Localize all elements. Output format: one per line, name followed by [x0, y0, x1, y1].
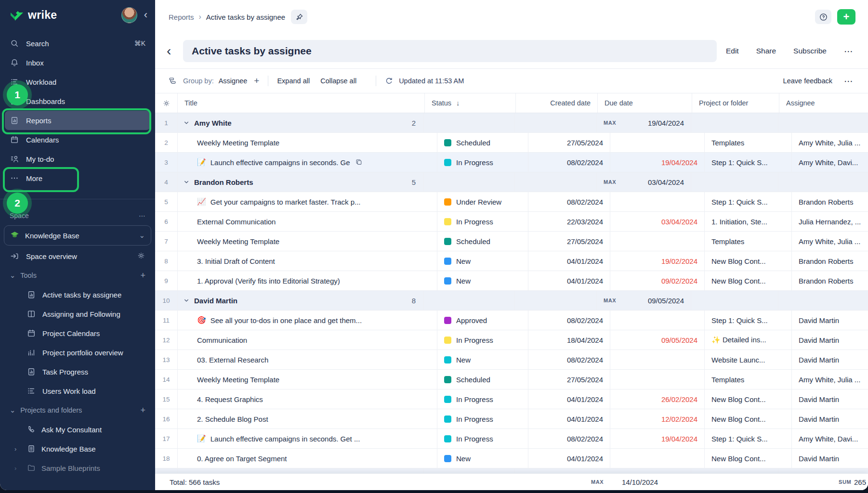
task-row[interactable]: 6External CommunicationIn Progress22/03/… [155, 212, 868, 232]
group-collapse-icon[interactable] [184, 120, 189, 126]
task-row[interactable]: 162. Schedule Blog PostIn Progress04/01/… [155, 409, 868, 429]
task-row[interactable]: 91. Approval (Verify fits into Editorial… [155, 271, 868, 291]
task-row[interactable]: 7Weekly Meeting TemplateScheduled27/05/2… [155, 232, 868, 251]
tool-item-project-calendars[interactable]: Project Calendars [0, 324, 155, 343]
status-cell[interactable]: New [437, 449, 528, 468]
group-collapse-icon[interactable] [184, 179, 189, 185]
space-more-icon[interactable]: ⋯ [139, 212, 145, 220]
sidebar-item-calendars[interactable]: Calendars [5, 130, 150, 149]
status-cell[interactable] [424, 291, 515, 310]
task-title-cell[interactable]: 🎯See all your to-dos in one place and ge… [178, 311, 437, 330]
collapse-all-button[interactable]: Collapse all [320, 77, 356, 85]
status-cell[interactable]: In Progress [437, 429, 528, 448]
status-cell[interactable]: In Progress [437, 409, 528, 428]
tool-item-users-work-load[interactable]: Users Work load [0, 381, 155, 401]
add-tool-icon[interactable]: + [140, 271, 145, 281]
task-row[interactable]: 83. Initial Draft of ContentNew04/01/202… [155, 251, 868, 271]
column-header-due[interactable]: Due date [598, 93, 692, 113]
task-title-cell[interactable]: 2. Schedule Blog Post [178, 409, 437, 428]
sidebar-item-more[interactable]: More [5, 169, 150, 188]
task-row[interactable]: 3📝Launch effective campaigns in seconds.… [155, 153, 868, 172]
task-row[interactable]: 1303. External ResearchNew08/02/2024Webs… [155, 350, 868, 370]
expand-all-button[interactable]: Expand all [277, 77, 310, 85]
tools-section-header[interactable]: ⌄ Tools + [0, 266, 155, 285]
task-title-cell[interactable]: 0. Agree on Target Segment [178, 449, 437, 468]
subscribe-button[interactable]: Subscribe [793, 47, 827, 55]
status-cell[interactable]: In Progress [437, 330, 528, 350]
table-settings-cell[interactable] [155, 93, 178, 113]
task-row[interactable]: 180. Agree on Target SegmentNew04/01/202… [155, 449, 868, 468]
sidebar-item-inbox[interactable]: Inbox [5, 53, 150, 72]
group-collapse-icon[interactable] [184, 298, 189, 303]
task-title-cell[interactable]: 4. Request Graphics [178, 389, 437, 409]
space-selector[interactable]: Knowledge Base ⌄ [4, 225, 151, 246]
status-cell[interactable]: New [437, 271, 528, 290]
sidebar-item-my-to-do[interactable]: My to-do [5, 149, 150, 169]
status-cell[interactable]: Scheduled [437, 133, 528, 152]
tool-item-task-progress[interactable]: Task Progress [0, 362, 155, 381]
status-cell[interactable]: Scheduled [437, 232, 528, 251]
tool-item-assigning-and-following[interactable]: Assigning and Following [0, 304, 155, 324]
add-group-by-icon[interactable]: + [254, 76, 259, 86]
task-row[interactable]: 154. Request GraphicsIn Progress04/01/20… [155, 389, 868, 409]
duplicate-icon[interactable] [355, 158, 363, 166]
project-item-knowledge-base[interactable]: ›Knowledge Base [0, 439, 155, 458]
updated-timestamp[interactable]: Updated at 11:53 AM [399, 77, 464, 85]
refresh-icon[interactable] [385, 77, 393, 85]
task-title-cell[interactable]: Weekly Meeting Template [178, 133, 437, 152]
status-cell[interactable] [424, 113, 515, 132]
title-more-icon[interactable]: ⋯ [844, 46, 854, 57]
task-row[interactable]: 17📝Launch effective campaigns in seconds… [155, 429, 868, 449]
task-title-cell[interactable]: Weekly Meeting Template [178, 232, 437, 251]
task-title-cell[interactable]: 📝Launch effective campaigns in seconds. … [178, 429, 437, 448]
status-cell[interactable]: Scheduled [437, 370, 528, 389]
group-by-value[interactable]: Assignee [219, 77, 248, 85]
task-row[interactable]: 2Weekly Meeting TemplateScheduled27/05/2… [155, 133, 868, 153]
status-cell[interactable]: In Progress [437, 153, 528, 172]
tool-item-project-portfolio-overview[interactable]: Project portfolio overview [0, 343, 155, 362]
back-button[interactable]: ‹ [167, 44, 183, 58]
status-cell[interactable]: In Progress [437, 212, 528, 231]
project-item-ask-my-consultant[interactable]: Ask My Consultant [0, 420, 155, 439]
group-row[interactable]: 1Amy White2MAX19/04/2024SUM [155, 113, 868, 133]
task-row[interactable]: 14Weekly Meeting TemplateScheduled27/05/… [155, 370, 868, 389]
task-title-cell[interactable]: 3. Initial Draft of Content [178, 251, 437, 271]
sidebar-item-space-overview[interactable]: Space overview [0, 246, 155, 266]
group-title-cell[interactable]: David Martin8 [178, 291, 424, 310]
create-button[interactable]: + [837, 9, 855, 25]
group-row[interactable]: 4Brandon Roberts5MAX03/04/2024SUM [155, 172, 868, 192]
wrike-logo[interactable]: wrike [10, 9, 57, 22]
group-row[interactable]: 10David Martin8MAX09/05/2024SUM [155, 291, 868, 311]
project-item-sample-blueprints[interactable]: ›Sample Blueprints [0, 458, 155, 478]
tool-item-active-tasks-by-assignee[interactable]: Active tasks by assignee [0, 285, 155, 304]
sidebar-item-search[interactable]: Search⌘K [5, 34, 150, 53]
task-title-cell[interactable]: External Communication [178, 212, 437, 231]
group-title-cell[interactable]: Amy White2 [178, 113, 424, 132]
column-header-status[interactable]: Status ↓ [425, 93, 516, 113]
column-header-created[interactable]: Created date [516, 93, 598, 113]
task-row[interactable]: 11🎯See all your to-dos in one place and … [155, 311, 868, 330]
user-avatar[interactable] [121, 7, 137, 23]
toolbar-more-icon[interactable]: ⋯ [844, 76, 854, 87]
column-header-project[interactable]: Project or folder [692, 93, 779, 113]
task-title-cell[interactable]: 📝Launch effective campaigns in seconds. … [178, 153, 437, 172]
edit-button[interactable]: Edit [726, 47, 739, 55]
sidebar-item-reports[interactable]: Reports [5, 111, 150, 130]
sidebar-item-workload[interactable]: Workload [5, 72, 150, 91]
status-cell[interactable]: Approved [437, 311, 528, 330]
share-button[interactable]: Share [756, 47, 776, 55]
breadcrumb-reports[interactable]: Reports [169, 13, 194, 21]
report-title-field[interactable]: Active tasks by assignee [183, 40, 717, 62]
sidebar-collapse-icon[interactable]: ‹ [144, 10, 147, 20]
task-title-cell[interactable]: Communication [178, 330, 437, 350]
column-header-assignee[interactable]: Assignee [779, 93, 868, 113]
status-cell[interactable]: New [437, 350, 528, 369]
task-title-cell[interactable]: Weekly Meeting Template [178, 370, 437, 389]
status-cell[interactable]: Under Review [437, 192, 528, 211]
help-button[interactable] [815, 10, 831, 24]
task-title-cell[interactable]: 03. External Research [178, 350, 437, 369]
column-header-title[interactable]: Title [178, 93, 425, 113]
task-title-cell[interactable]: 📈Get your campaigns to market faster. Tr… [178, 192, 437, 211]
task-row[interactable]: 5📈Get your campaigns to market faster. T… [155, 192, 868, 212]
task-row[interactable]: 12CommunicationIn Progress18/04/202409/0… [155, 330, 868, 350]
